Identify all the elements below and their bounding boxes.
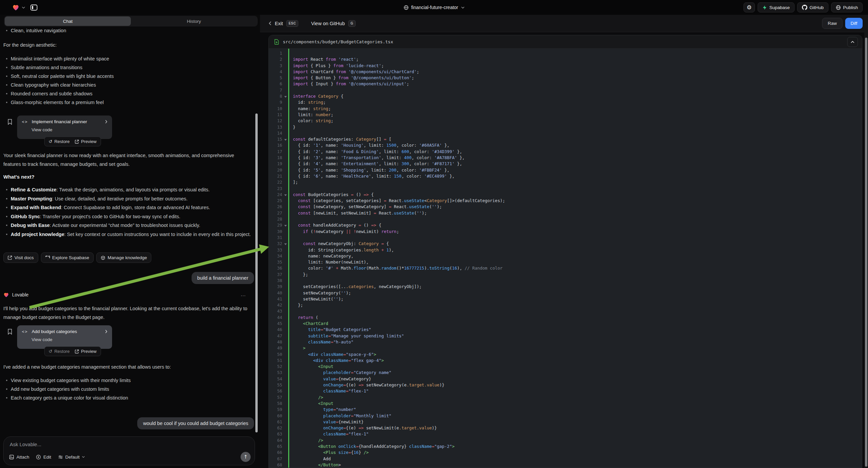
- collapse-file-button[interactable]: [847, 37, 858, 47]
- code-line: 8interface Category {: [269, 93, 862, 99]
- version-card-add-budget-categories[interactable]: <> Add budget categories View code: [17, 325, 112, 349]
- message-options-icon[interactable]: ⋯: [241, 293, 246, 299]
- visit-docs-button[interactable]: Visit docs: [3, 253, 38, 263]
- chevron-down-icon: [82, 456, 85, 458]
- chat-input[interactable]: Ask Lovable...: [10, 441, 249, 447]
- attach-button[interactable]: Attach: [9, 455, 29, 460]
- list-item: Glass-morphic elements for a premium fee…: [3, 98, 253, 107]
- raw-button[interactable]: Raw: [822, 18, 842, 29]
- code-line: 46 title="Budget Categories": [269, 327, 862, 333]
- project-switcher[interactable]: financial-future-creator: [403, 5, 464, 10]
- code-line: 18 { id: '3', name: 'Transportation', li…: [269, 155, 862, 161]
- assistant-paragraph: I've added a new budget categories manag…: [3, 362, 252, 371]
- code-line: 2import React from 'react';: [269, 56, 862, 62]
- window-scrollbar[interactable]: [865, 38, 867, 467]
- image-icon: [9, 455, 14, 460]
- package-icon: [101, 256, 105, 260]
- code-line: 47 subtitle="Manage your spending limits…: [269, 333, 862, 339]
- quick-actions-row: Visit docs Explore Supabase Manage knowl…: [3, 253, 151, 263]
- view-code-link[interactable]: View code: [32, 337, 107, 342]
- tab-chat[interactable]: Chat: [5, 17, 131, 26]
- list-item: GitHub Sync: Transfer your project's cod…: [3, 212, 254, 221]
- chat-scrollbar[interactable]: [255, 114, 258, 432]
- code-line: 45 <ChartCard: [269, 321, 862, 327]
- code-line: 54 value={newCategory}: [269, 376, 862, 382]
- code-line: 4import ChartCard from '@/components/ui/…: [269, 69, 862, 75]
- restore-button[interactable]: ↺Restore: [49, 349, 69, 354]
- code-line: 62 onChange={(e) => setNewLimit(e.target…: [269, 425, 862, 431]
- model-selector[interactable]: Default: [58, 455, 85, 460]
- version-card-2-wrap: <> Add budget categories View code ↺Rest…: [0, 325, 253, 359]
- code-line: 26 const [newCategory, setNewCategory] =…: [269, 204, 862, 210]
- code-line: 10 name: string;: [269, 106, 862, 112]
- file-path: src/components/budget/BudgetCategories.t…: [283, 39, 393, 44]
- restore-button[interactable]: ↺Restore: [49, 139, 69, 144]
- code-pane-header: Exit ESC View on GitHub G Raw Diff: [260, 15, 868, 32]
- chat-composer: Ask Lovable... Attach Edit Default ↑: [3, 436, 255, 465]
- tab-history[interactable]: History: [131, 17, 257, 26]
- code-line: 17 { id: '2', name: 'Food & Dining', lim…: [269, 149, 862, 155]
- code-line: 21 { id: '6', name: 'Healthcare', limit:…: [269, 173, 862, 179]
- preview-button[interactable]: Preview: [75, 139, 96, 144]
- file-header: src/components/budget/BudgetCategories.t…: [269, 35, 862, 49]
- supabase-icon: [762, 5, 767, 10]
- code-line: 23: [269, 186, 862, 192]
- code-line: 38: [269, 277, 862, 284]
- logo-chevron-down-icon[interactable]: [22, 6, 25, 9]
- code-line: 11 limit: number;: [269, 112, 862, 118]
- version-card-implement-financial-planner[interactable]: <> Implement financial planner View code: [17, 116, 112, 139]
- code-line: 7: [269, 87, 862, 93]
- list-item: Clean, intuitive navigation: [3, 26, 253, 35]
- app-window: financial-future-creator ⚙ Supabase GitH…: [0, 0, 868, 468]
- exit-button[interactable]: Exit: [269, 21, 283, 26]
- chevron-up-icon: [850, 40, 855, 43]
- manage-knowledge-button[interactable]: Manage knowledge: [96, 253, 151, 263]
- lovable-logo-icon[interactable]: [12, 4, 20, 11]
- gear-icon: ⚙: [747, 5, 751, 10]
- chevron-left-icon: [269, 21, 272, 26]
- version-actions-1: ↺Restore Preview: [44, 137, 101, 146]
- publish-button[interactable]: Publish: [831, 2, 863, 12]
- code-line: 41 setNewLimit('');: [269, 296, 862, 302]
- explore-supabase-button[interactable]: Explore Supabase: [41, 253, 94, 263]
- code-line: 58 <Input: [269, 401, 862, 407]
- code-line: 51 <div className="flex gap-4">: [269, 357, 862, 363]
- code-line: 64 />: [269, 437, 862, 443]
- code-line: 27 const [newLimit, setNewLimit] = React…: [269, 210, 862, 216]
- diff-button[interactable]: Diff: [845, 18, 863, 29]
- list-item: Add new budget categories with custom li…: [3, 385, 253, 393]
- target-icon: [36, 455, 41, 460]
- code-line: 61 value={newLimit}: [269, 419, 862, 425]
- code-line: 1: [269, 50, 862, 56]
- code-editor[interactable]: 12import React from 'react';3import { Pl…: [269, 49, 862, 468]
- list-item: Clean typography with clear hierarchies: [3, 81, 253, 89]
- design-heading: For the design aesthetic:: [3, 40, 57, 49]
- code-line: 9 id: string;: [269, 99, 862, 106]
- code-line: 37 };: [269, 272, 862, 277]
- supabase-button[interactable]: Supabase: [757, 2, 795, 12]
- code-line: 55 onChange={(e) => setNewCategory(e.tar…: [269, 382, 862, 388]
- view-code-link[interactable]: View code: [32, 127, 107, 132]
- edit-button[interactable]: Edit: [36, 455, 51, 460]
- code-line: 24const BudgetCategories = () => {: [269, 192, 862, 198]
- code-line: 28: [269, 216, 862, 222]
- external-link-icon: [75, 140, 79, 144]
- list-item: Minimalist interface with plenty of whit…: [3, 54, 253, 63]
- settings-button[interactable]: ⚙: [744, 2, 755, 12]
- bookmark-icon[interactable]: [7, 119, 12, 125]
- code-line: 20 { id: '5', name: 'Shopping', limit: 2…: [269, 167, 862, 173]
- preview-button[interactable]: Preview: [75, 349, 96, 354]
- code-line: 13}: [269, 124, 862, 130]
- restore-icon: ↺: [49, 139, 52, 144]
- list-item: Debug with Ease: Activate our experiment…: [3, 221, 254, 230]
- send-button[interactable]: ↑: [241, 452, 251, 462]
- chevron-right-icon: [105, 120, 107, 123]
- top-bar: financial-future-creator ⚙ Supabase GitH…: [0, 0, 868, 15]
- code-line: 50 <div className="space-y-6">: [269, 351, 862, 357]
- code-line: 5import { Button } from '@/components/ui…: [269, 75, 862, 81]
- github-button[interactable]: GitHub: [797, 2, 829, 12]
- code-icon: <>: [22, 329, 28, 334]
- view-on-github-button[interactable]: View on GitHub: [311, 21, 345, 26]
- sidebar-toggle-icon[interactable]: [30, 4, 38, 11]
- bookmark-icon[interactable]: [7, 329, 12, 335]
